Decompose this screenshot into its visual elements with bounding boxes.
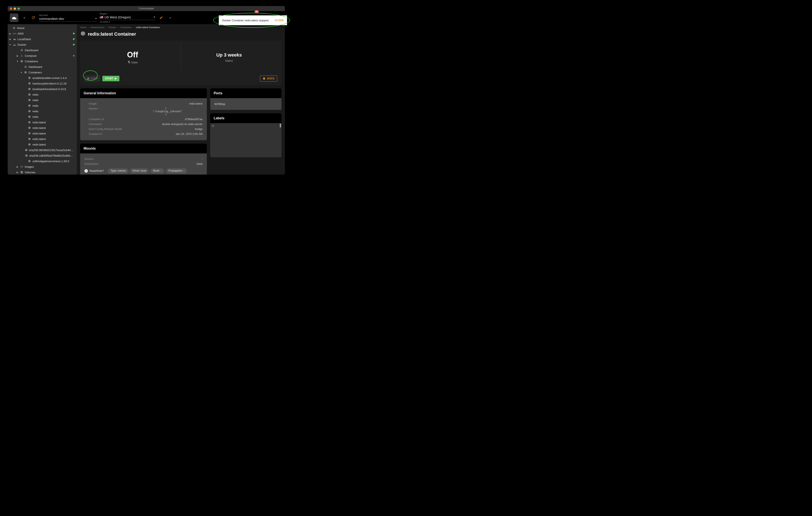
container-icon: [28, 143, 31, 146]
sidebar-item-containers-dashboard[interactable]: Dashboard: [8, 64, 77, 70]
sidebar-container-item[interactable]: hashicorp/terraform:0.12.18: [8, 81, 77, 86]
breadcrumb-item[interactable]: Docker: [109, 26, 116, 29]
sidebar-container-item[interactable]: redis: [8, 92, 77, 97]
sidebar-item-label: redis: [32, 104, 38, 107]
command-value: docker-entrypoint.sh redis-server: [129, 123, 203, 126]
sidebar-item-label: redis: [32, 110, 38, 113]
region-value: US West (Oregon): [105, 16, 131, 19]
toast-close[interactable]: CLOSE: [275, 19, 284, 22]
sidebar-item-home[interactable]: Home: [8, 25, 77, 31]
sidebar-container-item[interactable]: redis: [8, 103, 77, 108]
sidebar-container-item[interactable]: redis: [8, 108, 77, 114]
status-value: Up 3 weeks: [216, 52, 242, 58]
sidebar-item-containers[interactable]: ▼ Containers: [8, 58, 77, 64]
dest-value: /data: [125, 162, 203, 165]
sidebar-item-docker-dashboard[interactable]: Dashboard: [8, 47, 77, 53]
sidebar-item-docker[interactable]: ▼ Docker: [8, 42, 77, 47]
breadcrumb-item[interactable]: Containers: [120, 26, 132, 29]
content-area: Home› Infrastructure› Docker› Containers…: [77, 24, 285, 174]
chip-driver: Driver: local: [130, 168, 149, 173]
container-icon: [28, 159, 31, 163]
account-selector[interactable]: Account commandeer-dev: [39, 14, 97, 22]
sidebar-item-label: redis:latest: [32, 143, 46, 146]
refresh-button[interactable]: [30, 15, 36, 21]
sidebar-item-label: redis: [32, 115, 38, 118]
panel-heading: Ports: [210, 88, 282, 98]
sidebar-item-label: sha256:cd645f5a4769d8015c8b08bcf7164b: [29, 154, 75, 157]
labels-body: {}: [210, 123, 282, 157]
status-dot: [73, 55, 75, 57]
container-icon: [28, 82, 31, 85]
panel-heading: Labels: [210, 113, 282, 123]
sidebar-item-label: LocalStack: [18, 37, 31, 41]
breadcrumb-item[interactable]: Infrastructure: [91, 26, 105, 29]
sidebar-item-label: Home: [17, 26, 25, 30]
sidebar-container-item[interactable]: ansible/ansible-runner:1.4.4: [8, 75, 77, 81]
sidebar: Home ▶ aws AWS ▶ LocalStack ▼ Do: [8, 24, 77, 174]
sidebar-container-item[interactable]: redis:latest: [8, 119, 77, 125]
sidebar-container-item[interactable]: redis: [8, 114, 77, 119]
sidebar-container-item[interactable]: redis:latest: [8, 131, 77, 136]
state-block: Off State: [84, 45, 181, 70]
sidebar-item-images[interactable]: ▶ Images: [8, 164, 77, 169]
stop-button[interactable]: STOP: [84, 76, 100, 82]
sidebar-item-compose[interactable]: ▶ Compose: [8, 53, 77, 58]
dashboard-icon: [20, 49, 24, 52]
containerid-value: d78fdea387ae: [129, 117, 203, 121]
docs-button[interactable]: DOCS: [260, 76, 277, 82]
titlebar: Commandeer: [8, 6, 285, 11]
sidebar-container-item[interactable]: sha256:cd645f5a4769d8015c8b08bcf7164b: [8, 153, 77, 158]
toast: Docker Container redis:latest stopped CL…: [219, 16, 287, 25]
sidebar-item-label: Volumes: [25, 171, 35, 174]
sidebar-item-label: redis: [32, 99, 38, 102]
sidebar-item-label: AWS: [18, 32, 24, 35]
notification-badge[interactable]: 50: [254, 10, 259, 13]
sidebar-item-label: redis:latest: [32, 121, 46, 124]
sidebar-container-item[interactable]: redis:latest: [8, 136, 77, 142]
container-icon: [20, 59, 24, 63]
chevron-down-icon: [95, 18, 97, 19]
container-icon: [25, 148, 28, 152]
sidebar-container-item[interactable]: redis: [8, 97, 77, 103]
sidebar-item-label: redis:latest: [32, 126, 46, 130]
docker-icon: [13, 43, 16, 46]
container-icon: [28, 76, 31, 80]
netmode-value: bridge: [129, 128, 203, 131]
sidebar-container-item[interactable]: sha256:360360313017ecac5cb44a0cee3326: [8, 147, 77, 153]
account-value: commandeer-dev: [39, 17, 64, 21]
sidebar-item-volumes[interactable]: ▶ Volumes: [8, 169, 77, 174]
status-dot: [73, 38, 75, 40]
breadcrumb-item[interactable]: Home: [80, 26, 86, 29]
region-selector[interactable]: Region US West (Oregon) us-west-2: [100, 12, 155, 23]
container-icon: [28, 109, 31, 113]
add-button[interactable]: ＋: [21, 15, 27, 21]
chevron-right-icon: ▶: [16, 55, 19, 57]
dashboard-icon: [24, 65, 27, 69]
sidebar-container-item[interactable]: localstack/localstack:0.10.6: [8, 86, 77, 92]
edit-button[interactable]: [158, 15, 164, 21]
breadcrumb-current: redis:latest Container: [136, 26, 160, 29]
chevron-down-icon: ▼: [9, 44, 11, 46]
container-icon: [80, 31, 86, 37]
sidebar-container-item[interactable]: softinstigate/serverless:1.59.0: [8, 158, 77, 164]
image-value: redis:latest: [129, 102, 203, 105]
sidebar-item-aws[interactable]: ▶ aws AWS: [8, 31, 77, 36]
container-icon: [28, 132, 31, 135]
panel-heading: Mounts: [80, 144, 207, 154]
start-button[interactable]: START: [103, 76, 119, 81]
compose-icon: [20, 54, 24, 57]
chevron-right-icon: ▶: [16, 166, 19, 168]
region-code: us-west-2: [100, 21, 155, 23]
app-logo[interactable]: [10, 13, 18, 22]
created-value: Jan 19, 1970 2:05 AM: [129, 132, 203, 136]
sidebar-item-localstack[interactable]: ▶ LocalStack: [8, 36, 77, 42]
sidebar-item-label: Images: [25, 165, 34, 168]
sidebar-item-label: redis: [32, 93, 38, 96]
status-label: Status: [225, 59, 233, 62]
sidebar-item-containers-list[interactable]: ▼ Containers: [8, 70, 77, 75]
sidebar-container-item[interactable]: redis:latest: [8, 125, 77, 131]
status-dot: [73, 44, 75, 46]
sidebar-container-item[interactable]: redis:latest: [8, 142, 77, 147]
forward-button[interactable]: ›: [167, 15, 173, 21]
source-value: -: [125, 157, 203, 161]
